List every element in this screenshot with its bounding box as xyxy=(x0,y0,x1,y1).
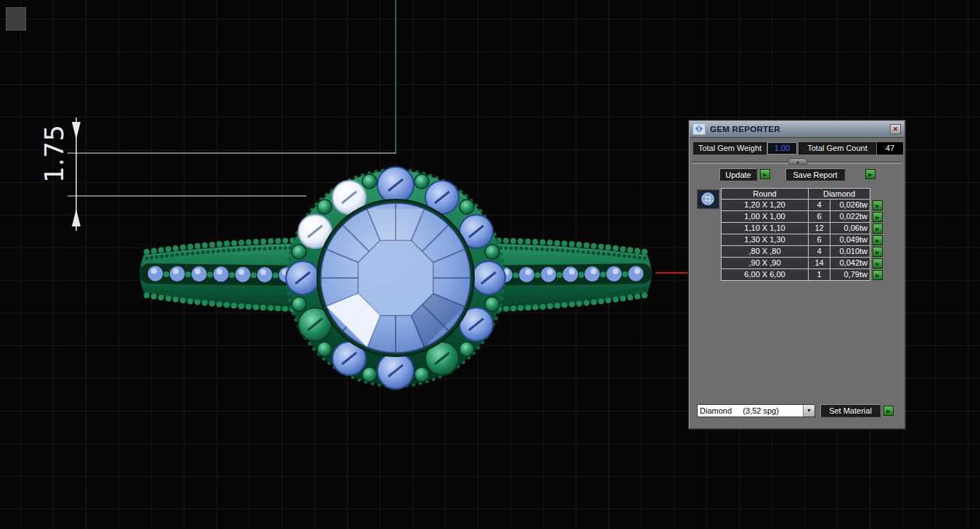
collapse-spinner-icon[interactable]: ▲ xyxy=(788,158,807,165)
gem-weight: 0,042tw xyxy=(830,258,870,269)
gem-size: 1,10 X 1,10 xyxy=(721,223,809,234)
dimension-arrow-up xyxy=(72,209,81,226)
table-row: 1,00 X 1,00 6 0,022tw ▶ xyxy=(721,211,883,223)
gem-count: 12 xyxy=(809,223,830,234)
gem-thumbnail xyxy=(697,189,719,209)
gem-reporter-icon xyxy=(693,123,706,135)
column-header-diamond: Diamond xyxy=(809,188,870,200)
table-header-row: Round Diamond xyxy=(721,188,883,200)
row-go-icon[interactable]: ▶ xyxy=(873,200,883,210)
chevron-down-icon[interactable]: ▼ xyxy=(803,405,814,417)
table-row: ,90 X ,90 14 0,042tw ▶ xyxy=(721,258,883,269)
row-go-icon[interactable]: ▶ xyxy=(873,270,883,280)
row-go-icon[interactable]: ▶ xyxy=(873,247,883,257)
close-icon[interactable]: ✕ xyxy=(890,124,901,134)
table-row: 1,20 X 1,20 4 0,026tw ▶ xyxy=(721,200,883,211)
total-gem-count-label: Total Gem Count xyxy=(799,142,876,155)
gem-weight: 0,022tw xyxy=(830,211,870,223)
save-report-button[interactable]: Save Report xyxy=(785,168,845,181)
table-row: ,80 X ,80 4 0,010tw ▶ xyxy=(721,246,883,258)
table-row: 6,00 X 6,00 1 0,79tw ▶ xyxy=(721,269,883,281)
gem-count: 14 xyxy=(809,258,830,269)
row-go-icon[interactable]: ▶ xyxy=(873,235,883,245)
update-go-icon[interactable]: ▶ xyxy=(760,169,770,179)
panel-title: GEM REPORTER xyxy=(710,125,780,134)
gem-size: ,90 X ,90 xyxy=(721,258,809,269)
gem-count: 6 xyxy=(809,234,830,246)
gem-size: 1,20 X 1,20 xyxy=(721,200,809,211)
table-row: 1,30 X 1,30 6 0,049tw ▶ xyxy=(721,234,883,246)
material-dropdown-value: Diamond (3,52 spg) xyxy=(698,405,803,417)
gem-weight: 0,049tw xyxy=(830,234,870,246)
ring-model[interactable] xyxy=(140,167,652,389)
table-row: 1,10 X 1,10 12 0,06tw ▶ xyxy=(721,223,883,234)
set-material-button[interactable]: Set Material xyxy=(820,404,881,417)
gem-count: 4 xyxy=(809,200,830,211)
update-button[interactable]: Update xyxy=(719,168,757,181)
material-dropdown[interactable]: Diamond (3,52 spg) ▼ xyxy=(697,404,815,417)
gem-reporter-panel: GEM REPORTER ✕ Total Gem Weight 1.00 Tot… xyxy=(688,120,906,430)
gem-count: 6 xyxy=(809,211,830,223)
dimension-arrow-down xyxy=(72,122,81,139)
row-go-icon[interactable]: ▶ xyxy=(873,224,883,234)
save-report-go-icon[interactable]: ▶ xyxy=(865,169,875,179)
center-stone xyxy=(317,200,474,356)
gem-weight: 0,06tw xyxy=(830,223,870,234)
gem-size: 1,00 X 1,00 xyxy=(721,211,809,223)
total-gem-count-value: 47 xyxy=(877,142,903,155)
row-go-icon[interactable]: ▶ xyxy=(873,258,883,268)
total-gem-weight-value[interactable]: 1.00 xyxy=(767,142,797,155)
gem-table: Round Diamond 1,20 X 1,20 4 0,026tw ▶ 1,… xyxy=(721,188,883,281)
dimension-text: 1.75 xyxy=(39,125,69,183)
total-gem-weight-label: Total Gem Weight xyxy=(693,142,767,155)
gem-size: 6,00 X 6,00 xyxy=(721,269,809,281)
column-header-round: Round xyxy=(721,188,809,200)
gem-weight: 0,010tw xyxy=(830,246,870,258)
gem-weight: 0,026tw xyxy=(830,200,870,211)
gem-size: 1,30 X 1,30 xyxy=(721,234,809,246)
gem-count: 1 xyxy=(809,269,830,281)
panel-titlebar[interactable]: GEM REPORTER ✕ xyxy=(690,121,905,138)
gem-weight: 0,79tw xyxy=(830,269,870,281)
set-material-go-icon[interactable]: ▶ xyxy=(883,406,894,416)
gem-count: 4 xyxy=(809,246,830,258)
gem-size: ,80 X ,80 xyxy=(721,246,809,258)
row-go-icon[interactable]: ▶ xyxy=(873,212,883,222)
